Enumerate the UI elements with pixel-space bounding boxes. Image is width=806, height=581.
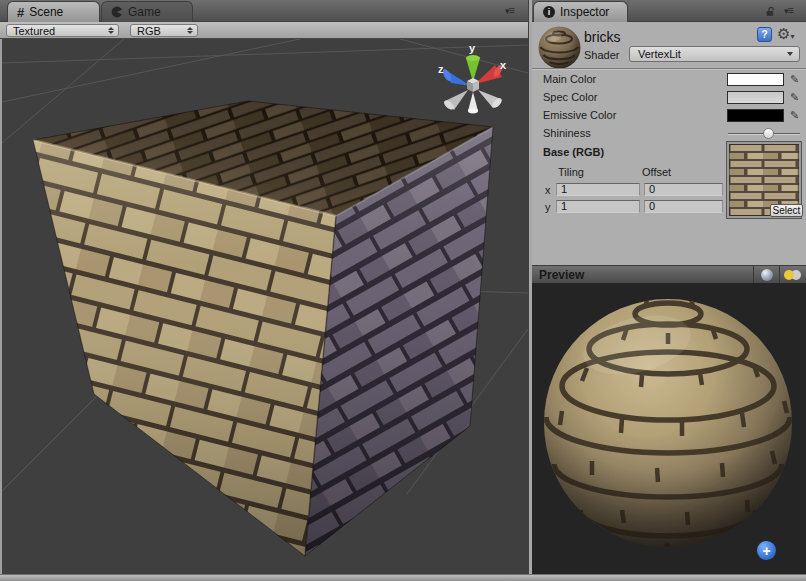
shininess-thumb[interactable]: [763, 128, 774, 139]
main-color-swatch[interactable]: [727, 73, 784, 86]
add-preview-button[interactable]: +: [757, 541, 776, 560]
inspector-panel: i Inspector ▾≡: [532, 0, 806, 575]
emissive-color-swatch[interactable]: [727, 109, 784, 122]
chevron-down-icon: [787, 52, 793, 56]
gizmo-y-label[interactable]: y: [469, 42, 476, 54]
preview-header[interactable]: Preview: [532, 265, 806, 283]
preview-sphere: [532, 283, 806, 574]
preview-lighting-button[interactable]: [779, 266, 806, 284]
tiling-header: Tiling: [558, 166, 584, 178]
tab-scene-label: Scene: [29, 5, 63, 19]
shader-value: VertexLit: [638, 48, 681, 60]
dropdown-updown-icon: [187, 27, 193, 34]
tab-game[interactable]: Game: [101, 1, 193, 22]
scene-panel: # Scene Game ▾≡ Textured RGB: [0, 0, 528, 575]
color-mode-dropdown[interactable]: RGB: [130, 24, 198, 37]
gear-icon[interactable]: ⚙▾: [777, 25, 794, 43]
window-bottom-edge: [0, 574, 806, 581]
dropdown-updown-icon: [108, 27, 114, 34]
scene-viewport[interactable]: y z x: [2, 39, 528, 574]
draw-mode-dropdown[interactable]: Textured: [6, 24, 119, 37]
axis-y-label: y: [545, 201, 551, 213]
offset-y-field[interactable]: 0: [644, 200, 723, 213]
preview-model-button[interactable]: [753, 266, 779, 284]
lock-icon[interactable]: [764, 5, 777, 18]
tab-game-label: Game: [128, 5, 161, 19]
inspector-panel-menu-icon[interactable]: ▾≡: [784, 4, 793, 16]
material-name: bricks: [584, 29, 621, 45]
preview-area[interactable]: +: [532, 283, 806, 574]
draw-mode-value: Textured: [13, 25, 55, 37]
info-icon: i: [543, 6, 555, 18]
shininess-slider[interactable]: [728, 133, 800, 135]
emissive-color-label: Emissive Color: [543, 109, 616, 121]
tab-inspector-label: Inspector: [560, 5, 609, 19]
main-color-label: Main Color: [543, 73, 596, 85]
shininess-label: Shininess: [543, 127, 591, 139]
tiling-y-field[interactable]: 1: [556, 200, 640, 213]
scene-toolbar: Textured RGB: [0, 22, 528, 39]
lighting-icon: [784, 269, 802, 281]
sphere-icon: [761, 269, 773, 281]
tiling-x-field[interactable]: 1: [556, 183, 640, 196]
spec-color-label: Spec Color: [543, 91, 597, 103]
shader-label: Shader: [584, 49, 619, 61]
preview-title: Preview: [539, 268, 584, 282]
offset-header: Offset: [642, 166, 671, 178]
header-divider: [532, 68, 806, 70]
inspector-tabstrip: i Inspector ▾≡: [532, 0, 806, 22]
unity-editor-window: # Scene Game ▾≡ Textured RGB: [0, 0, 806, 581]
tab-scene[interactable]: # Scene: [7, 1, 100, 22]
eyedropper-icon[interactable]: ✎: [790, 109, 802, 122]
select-texture-button[interactable]: Select: [770, 204, 803, 217]
game-icon: [111, 6, 123, 18]
shader-dropdown[interactable]: VertexLit: [629, 46, 800, 62]
eyedropper-icon[interactable]: ✎: [790, 91, 802, 104]
tab-inspector[interactable]: i Inspector: [533, 1, 628, 22]
scene-tabstrip: # Scene Game ▾≡: [0, 0, 528, 22]
scene-panel-menu-icon[interactable]: ▾≡: [505, 4, 514, 16]
material-ball-thumbnail: [537, 25, 582, 70]
orientation-gizmo[interactable]: y z x: [438, 42, 507, 113]
offset-x-field[interactable]: 0: [644, 183, 723, 196]
spec-color-swatch[interactable]: [727, 91, 784, 104]
axis-x-label: x: [545, 184, 551, 196]
brick-cube: [33, 101, 493, 556]
scene-grid-icon: #: [17, 6, 24, 19]
base-rgb-label: Base (RGB): [543, 146, 604, 158]
gizmo-x-label[interactable]: x: [500, 59, 507, 71]
scene-3d-render: y z x: [2, 39, 528, 574]
color-mode-value: RGB: [137, 25, 161, 37]
eyedropper-icon[interactable]: ✎: [790, 73, 802, 86]
gizmo-z-label[interactable]: z: [438, 63, 444, 75]
help-icon[interactable]: ?: [757, 27, 772, 42]
